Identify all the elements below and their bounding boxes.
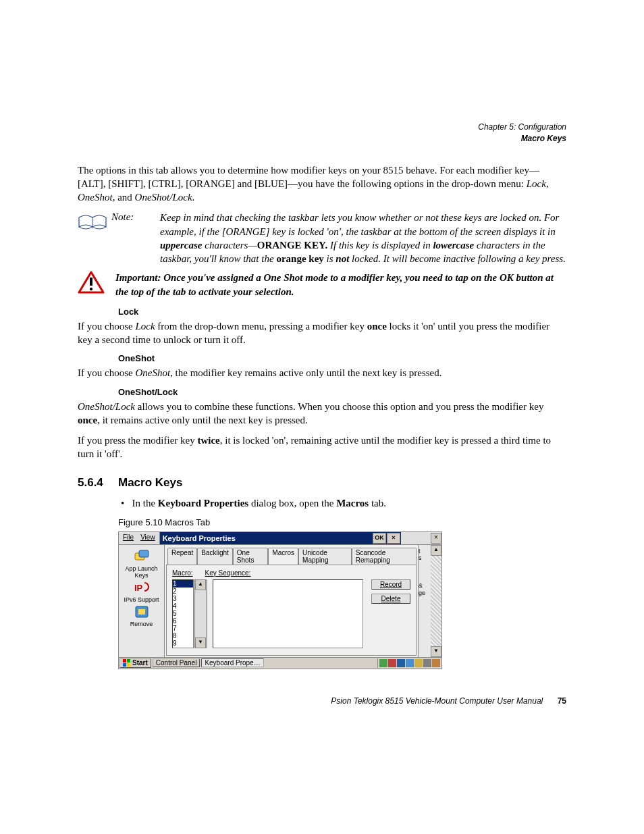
macros-panel: Macro: Key Sequence: 1 2 3 4 5 6	[166, 565, 417, 656]
svg-rect-6	[138, 609, 145, 615]
tab-macros[interactable]: Macros	[268, 548, 298, 565]
outer-close-button[interactable]: ×	[431, 533, 441, 544]
tray-icon[interactable]	[423, 659, 431, 667]
open-book-icon	[78, 212, 109, 231]
taskbar: Start Control Panel Keyboard Prope…	[119, 657, 441, 669]
system-tray	[377, 658, 441, 668]
oneshotlock-heading: OneShot/Lock	[118, 387, 566, 397]
remove-icon[interactable]	[134, 604, 150, 619]
svg-rect-10	[127, 663, 130, 667]
app-launch-keys-icon[interactable]	[134, 549, 150, 564]
record-button[interactable]: Record	[371, 579, 410, 590]
start-button[interactable]: Start	[119, 658, 151, 668]
svg-rect-0	[90, 278, 92, 286]
macro-label: Macro:	[172, 569, 193, 577]
scroll-up-icon[interactable]: ▲	[431, 545, 441, 556]
figure-macros-tab: File View Keyboard Properties OK × × App…	[118, 531, 442, 669]
svg-rect-7	[123, 659, 126, 662]
tray-icon[interactable]	[379, 659, 387, 667]
list-item[interactable]: 4	[173, 602, 193, 610]
page-number: 75	[558, 696, 566, 706]
oneshotlock-paragraph-2: If you press the modifier key twice, it …	[78, 434, 566, 461]
desktop-label-app-launch: App Launch Keys	[120, 565, 163, 579]
tab-strip: Repeat Backlight One Shots Macros Unicod…	[165, 545, 418, 565]
svg-text:IP: IP	[134, 583, 143, 593]
scroll-down-icon[interactable]: ▼	[431, 646, 441, 657]
list-item[interactable]: 8	[173, 632, 193, 640]
ipv6-icon[interactable]: IP	[134, 580, 150, 595]
list-item[interactable]: 7	[173, 625, 193, 632]
menu-view[interactable]: View	[140, 533, 155, 543]
bullet-instruction: • In the Keyboard Properties dialog box,…	[133, 496, 566, 511]
tab-one-shots[interactable]: One Shots	[233, 548, 268, 565]
list-item[interactable]: 3	[173, 595, 193, 602]
menubar: File View Keyboard Properties OK × ×	[119, 532, 441, 545]
scroll-up-icon[interactable]: ▲	[195, 579, 206, 590]
warning-triangle-icon	[78, 271, 105, 294]
dialog-body: Repeat Backlight One Shots Macros Unicod…	[165, 545, 418, 657]
list-item[interactable]: 1	[173, 580, 193, 588]
figure-caption: Figure 5.10 Macros Tab	[118, 517, 566, 527]
tray-icon[interactable]	[397, 659, 405, 667]
tab-unicode-mapping[interactable]: Unicode Mapping	[298, 548, 352, 565]
section-heading: 5.6.4 Macro Keys	[78, 476, 566, 490]
list-item[interactable]: 6	[173, 617, 193, 625]
outer-scrollbar[interactable]: ▲ ▼	[431, 545, 441, 657]
windows-logo-icon	[123, 659, 131, 667]
oneshotlock-paragraph-1: OneShot/Lock allows you to combine these…	[78, 400, 566, 427]
svg-rect-9	[123, 663, 126, 667]
macro-listbox[interactable]: 1 2 3 4 5 6 7 8 9	[172, 579, 194, 648]
scroll-down-icon[interactable]: ▼	[195, 637, 206, 648]
taskbar-keyboard-properties[interactable]: Keyboard Prope…	[201, 658, 263, 667]
svg-rect-3	[139, 550, 149, 557]
footer-text: Psion Teklogix 8515 Vehicle-Mount Comput…	[331, 696, 543, 706]
right-edge-strip: t s & ge	[418, 545, 431, 657]
tab-scancode-remapping[interactable]: Scancode Remapping	[352, 548, 417, 565]
desktop-icons-column: App Launch Keys IP IPv6 Support Remove	[119, 545, 165, 657]
oneshot-paragraph: If you choose OneShot, the modifier key …	[78, 366, 566, 380]
note-label: Note:	[111, 211, 160, 223]
section-number: 5.6.4	[78, 476, 118, 490]
close-button[interactable]: ×	[387, 533, 400, 544]
tray-icon[interactable]	[406, 659, 414, 667]
page-footer: Psion Teklogix 8515 Vehicle-Mount Comput…	[78, 696, 566, 706]
note-text: Keep in mind that checking the taskbar l…	[160, 211, 566, 265]
menu-file[interactable]: File	[123, 533, 134, 543]
window-titlebar: Keyboard Properties	[160, 532, 373, 544]
desktop-label-remove: Remove	[120, 621, 163, 627]
desktop-label-ipv6: IPv6 Support	[120, 596, 163, 603]
section-title: Macro Keys	[118, 476, 182, 490]
ok-button[interactable]: OK	[373, 533, 386, 544]
key-sequence-field[interactable]	[213, 579, 363, 648]
lock-paragraph: If you choose Lock from the drop-down me…	[78, 319, 566, 347]
section-label: Macro Keys	[78, 133, 566, 145]
important-text: Important: Once you've assigned a One Sh…	[115, 271, 566, 298]
lock-heading: Lock	[118, 307, 566, 317]
important-block: Important: Once you've assigned a One Sh…	[78, 271, 566, 298]
chapter-label: Chapter 5: Configuration	[78, 122, 566, 133]
running-header: Chapter 5: Configuration Macro Keys	[78, 122, 566, 145]
list-item[interactable]: 5	[173, 610, 193, 617]
note-block: Note: Keep in mind that checking the tas…	[78, 211, 566, 265]
list-item[interactable]: 9	[173, 640, 193, 647]
intro-paragraph: The options in this tab allows you to de…	[78, 163, 566, 205]
tray-icon[interactable]	[432, 659, 440, 667]
oneshot-heading: OneShot	[118, 353, 566, 363]
window-title: Keyboard Properties	[163, 534, 236, 542]
key-sequence-label: Key Sequence:	[205, 569, 251, 577]
svg-point-1	[90, 288, 92, 290]
list-item[interactable]: 2	[173, 588, 193, 595]
svg-rect-8	[127, 659, 130, 662]
tab-backlight[interactable]: Backlight	[197, 548, 233, 565]
tab-repeat[interactable]: Repeat	[167, 548, 197, 565]
delete-button[interactable]: Delete	[371, 594, 410, 604]
tray-icon[interactable]	[388, 659, 396, 667]
taskbar-control-panel[interactable]: Control Panel	[153, 658, 200, 667]
macro-list-scrollbar[interactable]: ▲ ▼	[194, 579, 207, 648]
tray-icon[interactable]	[414, 659, 423, 667]
